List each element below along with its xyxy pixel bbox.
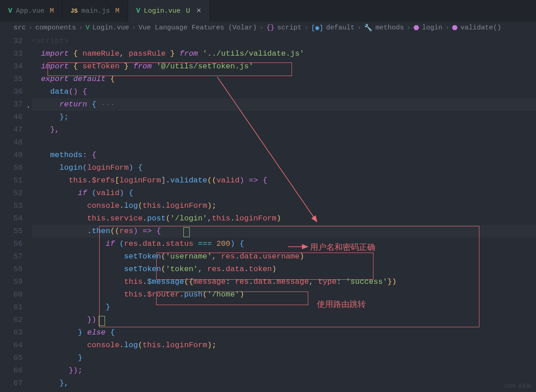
line-number: 48 [0, 136, 23, 149]
annotation-text-1: 用户名和密码正确 [310, 242, 375, 253]
code-content[interactable]: <script> import { nameRule, passRule } f… [32, 35, 536, 390]
tab-main-js[interactable]: JS main.js M [62, 0, 128, 22]
cube-icon: ⬣ [413, 24, 419, 32]
line-number: 66 [0, 364, 23, 377]
line-number: 36 [0, 86, 23, 98]
line-number: 35 [0, 73, 23, 86]
chevron-right-icon: › [304, 24, 308, 32]
chevron-right-icon: › [445, 24, 449, 32]
crumb[interactable]: login [422, 24, 442, 32]
line-number: 32 [0, 35, 23, 48]
symbol-icon: [◉] [311, 24, 323, 32]
tab-label: main.js [81, 7, 110, 15]
line-number: 37› [0, 98, 23, 111]
line-number: 57 [0, 250, 23, 263]
line-number: 46 [0, 111, 23, 124]
cube-icon: ⬣ [452, 24, 458, 32]
line-number: 67 [0, 377, 23, 390]
line-gutter: 32 33 34 35 36 37› 46 47 48 49 50 51 52 … [0, 35, 32, 390]
js-icon: JS [71, 8, 78, 14]
line-number: 60 [0, 288, 23, 301]
tab-label: App.vue [16, 7, 44, 15]
annotation-text-2: 使用路由跳转 [317, 299, 366, 310]
close-icon[interactable]: × [196, 6, 201, 15]
line-number: 62 [0, 314, 23, 326]
line-number: 56 [0, 238, 23, 250]
line-number: 47 [0, 124, 23, 136]
crumb[interactable]: Vue Language Features (Volar) [139, 24, 257, 32]
tab-label: Login.vue [144, 7, 181, 15]
line-number: 58 [0, 263, 23, 276]
vue-icon: V [86, 24, 90, 32]
crumb[interactable]: script [277, 24, 302, 32]
vue-icon: V [8, 7, 12, 15]
crumb[interactable]: validate() [460, 24, 501, 32]
wrench-icon: 🔧 [364, 24, 373, 32]
line-number: 51 [0, 174, 23, 187]
modified-badge: M [115, 7, 120, 15]
chevron-right-icon: › [132, 24, 136, 32]
tab-login-vue[interactable]: V Login.vue U × [128, 0, 210, 22]
vue-icon: V [136, 7, 140, 15]
watermark: CSDN @花椒 [503, 382, 531, 389]
breadcrumb[interactable]: src › components › V Login.vue › Vue Lan… [0, 22, 536, 35]
crumb[interactable]: src [14, 24, 26, 32]
crumb[interactable]: Login.vue [92, 24, 129, 32]
chevron-right-icon: › [259, 24, 263, 32]
chevron-right-icon: › [79, 24, 83, 32]
line-number: 61 [0, 301, 23, 314]
crumb[interactable]: methods [375, 24, 404, 32]
line-number: 33 [0, 48, 23, 60]
line-number: 65 [0, 352, 23, 364]
line-number: 52 [0, 187, 23, 200]
chevron-right-icon: › [357, 24, 361, 32]
line-number: 34 [0, 60, 23, 73]
tab-app-vue[interactable]: V App.vue M [0, 0, 62, 22]
code-editor[interactable]: 32 33 34 35 36 37› 46 47 48 49 50 51 52 … [0, 35, 536, 390]
tab-bar: V App.vue M JS main.js M V Login.vue U × [0, 0, 536, 22]
line-number: 49 [0, 149, 23, 162]
fold-icon[interactable]: › [27, 101, 30, 114]
line-number: 64 [0, 339, 23, 352]
modified-badge: M [50, 7, 54, 15]
line-number: 54 [0, 212, 23, 225]
crumb[interactable]: default [326, 24, 354, 32]
crumb[interactable]: components [35, 24, 76, 32]
line-number: 55 [0, 225, 23, 238]
line-number: 63 [0, 326, 23, 339]
line-number: 50 [0, 162, 23, 174]
line-number: 59 [0, 276, 23, 288]
chevron-right-icon: › [407, 24, 411, 32]
line-number: 53 [0, 200, 23, 212]
untracked-badge: U [186, 7, 190, 15]
braces-icon: {} [266, 24, 274, 32]
chevron-right-icon: › [29, 24, 33, 32]
